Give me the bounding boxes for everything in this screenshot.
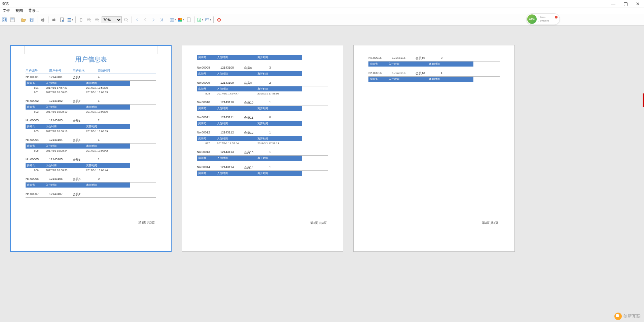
sub-header-row: 房间号入住时间离开时间: [26, 183, 130, 188]
multipage-icon[interactable]: ▾: [169, 16, 176, 24]
sub-header-row: 房间号入住时间离开时间: [368, 62, 473, 67]
sub-header-row: 房间号入住时间离开时间: [26, 163, 130, 168]
svg-rect-14: [52, 19, 56, 21]
minimize-button[interactable]: —: [611, 1, 615, 6]
menu-file[interactable]: 文件: [0, 7, 13, 14]
notification-dot-icon: [554, 15, 558, 19]
prev-page-icon[interactable]: [142, 16, 149, 24]
zoom-in-icon[interactable]: [94, 16, 101, 24]
svg-point-28: [124, 18, 128, 21]
user-row: No.0000712143107会员7: [26, 191, 156, 198]
report-tree-icon[interactable]: [1, 16, 8, 24]
svg-rect-2: [3, 20, 4, 21]
svg-line-22: [90, 21, 91, 22]
user-row: No.0000812143108会员83: [197, 65, 328, 71]
sub-header-row: 房间号入住时间离开时间: [197, 121, 302, 126]
sub-header-row: 房间号入住时间离开时间: [197, 171, 302, 176]
svg-rect-10: [31, 20, 32, 21]
window-title: 预览: [1, 1, 9, 6]
svg-rect-1: [3, 18, 4, 19]
svg-rect-34: [178, 18, 180, 19]
report-outline-icon[interactable]: [9, 16, 16, 24]
watermark-logo-icon: [614, 313, 622, 320]
watermark: 创新互联: [614, 313, 641, 320]
report-title: 用户信息表: [26, 55, 156, 64]
svg-rect-36: [178, 20, 180, 22]
zoom-select[interactable]: 70%: [102, 16, 122, 23]
svg-rect-13: [42, 20, 43, 22]
print-current-icon[interactable]: [50, 16, 58, 24]
detail-row: 8012017/3/1 18:08:052017/3/1 18:08:33: [26, 90, 156, 94]
svg-line-25: [98, 21, 99, 22]
scrollbar-hint[interactable]: [643, 93, 644, 107]
detail-row: 8012017/3/1 17:57:272017/3/1 17:58:05: [26, 86, 156, 90]
detail-row: 8032017/3/1 18:08:182017/3/1 18:08:39: [26, 129, 156, 133]
window-titlebar: 预览 — ▢ ✕: [0, 0, 644, 7]
zoom-out-icon[interactable]: [85, 16, 93, 24]
page-footer-2: 第2页 共3页: [310, 221, 327, 225]
svg-rect-18: [67, 18, 71, 19]
sub-header-row: 房间号入住时间离开时间: [197, 86, 302, 91]
open-icon[interactable]: [20, 16, 27, 24]
page-1[interactable]: 用户信息表 用户编号用户卡号用户姓名添加时间 No.0000112143101会…: [10, 45, 172, 252]
user-row: No.0001412143114会员141: [197, 164, 328, 171]
user-row: No.0000412143104会员41: [26, 137, 156, 144]
svg-rect-3: [5, 18, 6, 21]
menu-background[interactable]: 背景...: [26, 7, 41, 14]
sub-header-row: 房间号入住时间离开时间: [26, 124, 130, 129]
next-page-icon[interactable]: [150, 16, 157, 24]
sub-header-row: 房间号入住时间离开时间: [197, 136, 302, 141]
sub-header-row: 房间号入住时间离开时间: [197, 55, 302, 60]
document-icon[interactable]: [185, 16, 192, 24]
sub-header-row: 房间号入住时间离开时间: [26, 81, 130, 86]
maximize-button[interactable]: ▢: [623, 1, 628, 6]
user-row: No.0001212143112会员121: [197, 129, 328, 136]
sub-header-row: 房间号入住时间离开时间: [368, 77, 473, 82]
zoom-fit-icon[interactable]: [122, 16, 130, 24]
user-row: No.0000512143105会员51: [26, 156, 156, 163]
page-2[interactable]: 房间号入住时间离开时间No.0000812143108会员83房间号入住时间离开…: [182, 45, 343, 252]
svg-rect-32: [170, 18, 171, 21]
email-icon[interactable]: ▾: [204, 16, 212, 24]
network-monitor-widget[interactable]: 44% ↑ 0K/s ↓ 0.06K/s: [526, 13, 560, 25]
svg-rect-20: [67, 19, 71, 21]
sub-header-row: 房间号入住时间离开时间: [26, 144, 130, 149]
user-row: No.0000212143102会员21: [26, 98, 156, 105]
net-speed-text: ↑ 0K/s ↓ 0.06K/s: [538, 16, 549, 23]
sub-header-row: 房间号入住时间离开时间: [197, 106, 302, 111]
cpu-percent-badge: 44%: [527, 14, 537, 24]
menu-bar: 文件 视图 背景...: [0, 7, 644, 14]
sub-header-row: 房间号入住时间离开时间: [26, 105, 130, 110]
print-icon[interactable]: [39, 16, 46, 24]
last-page-icon[interactable]: [158, 16, 165, 24]
menu-view[interactable]: 视图: [13, 7, 26, 14]
user-row: No.0001012143110会员101: [197, 99, 328, 106]
svg-rect-33: [172, 18, 173, 21]
svg-rect-12: [42, 18, 43, 19]
user-row: No.0000612143106会员60: [26, 176, 156, 183]
export-icon[interactable]: ▾: [196, 16, 204, 24]
svg-rect-19: [67, 21, 71, 22]
svg-rect-38: [187, 17, 190, 22]
header-footer-icon[interactable]: ▾: [66, 16, 74, 24]
svg-rect-37: [180, 20, 182, 22]
sub-header-row: 房间号入住时间离开时间: [197, 156, 302, 161]
svg-line-29: [127, 21, 128, 22]
user-row: No.0001612143116会员161: [368, 70, 500, 77]
detail-row: 8082017/3/1 17:57:472017/3/1 17:58:08: [197, 91, 328, 96]
user-row: No.0000312143103会员32: [26, 117, 156, 124]
page-setup-icon[interactable]: [58, 16, 66, 24]
user-row: No.0001512143115会员150: [368, 55, 500, 62]
user-row: No.0001112143111会员110: [197, 114, 328, 121]
svg-rect-35: [180, 18, 182, 19]
color-icon[interactable]: ▾: [177, 16, 184, 24]
hand-tool-icon[interactable]: [77, 16, 85, 24]
close-preview-icon[interactable]: [215, 16, 223, 24]
page-3[interactable]: No.0001512143115会员150房间号入住时间离开时间No.00016…: [353, 45, 515, 252]
preview-workspace[interactable]: 用户信息表 用户编号用户卡号用户姓名添加时间 No.0000112143101会…: [0, 26, 644, 322]
main-columns-header: 用户编号用户卡号用户姓名添加时间: [26, 68, 156, 74]
first-page-icon[interactable]: [134, 16, 141, 24]
save-icon[interactable]: [28, 16, 35, 24]
close-button[interactable]: ✕: [636, 1, 640, 6]
svg-rect-15: [53, 18, 55, 19]
